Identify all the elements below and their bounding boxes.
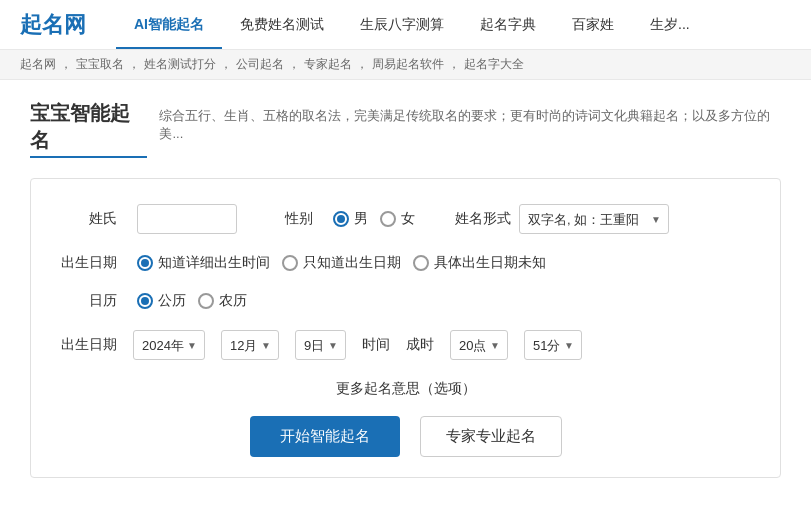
main-content: 宝宝智能起名 综合五行、生肖、五格的取名法，完美满足传统取名的要求；更有时尚的诗…: [0, 80, 811, 498]
nav-item-bazi[interactable]: 生辰八字测算: [342, 0, 462, 49]
breadcrumb-item-4[interactable]: 专家起名: [304, 56, 352, 73]
breadcrumb-sep-5: ，: [448, 56, 460, 73]
breadcrumb-item-0[interactable]: 起名网: [20, 56, 56, 73]
calendar-solar-label: 公历: [158, 292, 186, 310]
month-select-wrapper: 12月: [221, 330, 279, 360]
birth-detail-label: 知道详细出生时间: [158, 254, 270, 272]
name-format-select[interactable]: 双字名, 如：王重阳: [519, 204, 669, 234]
form-row-2: 出生日期 知道详细出生时间 只知道出生日期 具体出生日期未知: [61, 254, 750, 272]
nav-item-test[interactable]: 免费姓名测试: [222, 0, 342, 49]
gender-radio-group: 男 女: [333, 210, 415, 228]
gender-female-label: 女: [401, 210, 415, 228]
more-options: 更多起名意思（选项）: [61, 380, 750, 398]
breadcrumb-sep-3: ，: [288, 56, 300, 73]
gender-label: 性别: [257, 210, 313, 228]
calendar-label: 日历: [61, 292, 117, 310]
minute-select-wrapper: 51分: [524, 330, 582, 360]
nav-item-ai[interactable]: AI智能起名: [116, 0, 222, 49]
breadcrumb-item-1[interactable]: 宝宝取名: [76, 56, 124, 73]
gender-male[interactable]: 男: [333, 210, 368, 228]
nav-item-dict[interactable]: 起名字典: [462, 0, 554, 49]
calendar-lunar[interactable]: 农历: [198, 292, 247, 310]
breadcrumb-sep-1: ，: [128, 56, 140, 73]
month-select[interactable]: 12月: [221, 330, 279, 360]
birth-unknown-label: 具体出生日期未知: [434, 254, 546, 272]
birth-detail[interactable]: 知道详细出生时间: [137, 254, 270, 272]
form-container: 姓氏 性别 男 女 姓名形式 双字名, 如：王重阳: [30, 178, 781, 478]
birth-radio-group: 知道详细出生时间 只知道出生日期 具体出生日期未知: [137, 254, 546, 272]
breadcrumb-sep-2: ，: [220, 56, 232, 73]
year-select[interactable]: 2024年: [133, 330, 205, 360]
gender-male-radio[interactable]: [333, 211, 349, 227]
form-row-3: 日历 公历 农历: [61, 292, 750, 310]
header: 起名网 AI智能起名 免费姓名测试 生辰八字测算 起名字典 百家姓 生岁...: [0, 0, 811, 50]
birth-detail-radio[interactable]: [137, 255, 153, 271]
birth-date-label: 出生日期: [61, 254, 117, 272]
gender-male-label: 男: [354, 210, 368, 228]
calendar-lunar-label: 农历: [219, 292, 247, 310]
breadcrumb-item-5[interactable]: 周易起名软件: [372, 56, 444, 73]
breadcrumb-item-3[interactable]: 公司起名: [236, 56, 284, 73]
last-name-label: 姓氏: [61, 210, 117, 228]
nav: AI智能起名 免费姓名测试 生辰八字测算 起名字典 百家姓 生岁...: [116, 0, 708, 49]
date-label: 出生日期: [61, 336, 117, 354]
calendar-solar[interactable]: 公历: [137, 292, 186, 310]
form-row-1: 姓氏 性别 男 女 姓名形式 双字名, 如：王重阳: [61, 204, 750, 234]
form-row-4: 出生日期 2024年 12月 9日 时间 成时 20点: [61, 330, 750, 360]
breadcrumb-sep-0: ，: [60, 56, 72, 73]
gender-female[interactable]: 女: [380, 210, 415, 228]
button-row: 开始智能起名 专家专业起名: [61, 416, 750, 457]
section-title-main: 宝宝智能起名: [30, 100, 147, 158]
birth-unknown[interactable]: 具体出生日期未知: [413, 254, 546, 272]
birth-date-only[interactable]: 只知道出生日期: [282, 254, 401, 272]
calendar-solar-radio[interactable]: [137, 293, 153, 309]
birth-unknown-radio[interactable]: [413, 255, 429, 271]
gender-female-radio[interactable]: [380, 211, 396, 227]
hour-select[interactable]: 20点: [450, 330, 508, 360]
birth-date-only-radio[interactable]: [282, 255, 298, 271]
start-naming-button[interactable]: 开始智能起名: [250, 416, 400, 457]
calendar-lunar-radio[interactable]: [198, 293, 214, 309]
more-options-link[interactable]: 更多起名意思（选项）: [336, 380, 476, 396]
minute-select[interactable]: 51分: [524, 330, 582, 360]
name-format-label: 姓名形式: [455, 210, 511, 228]
calendar-radio-group: 公历 农历: [137, 292, 247, 310]
section-title: 宝宝智能起名 综合五行、生肖、五格的取名法，完美满足传统取名的要求；更有时尚的诗…: [30, 100, 781, 158]
hour-select-wrapper: 20点: [450, 330, 508, 360]
expert-naming-button[interactable]: 专家专业起名: [420, 416, 562, 457]
breadcrumb-sep-4: ，: [356, 56, 368, 73]
last-name-input[interactable]: [137, 204, 237, 234]
breadcrumb-item-2[interactable]: 姓名测试打分: [144, 56, 216, 73]
nav-item-baijiaxing[interactable]: 百家姓: [554, 0, 632, 49]
breadcrumb-item-6[interactable]: 起名字大全: [464, 56, 524, 73]
day-select[interactable]: 9日: [295, 330, 346, 360]
name-format-group: 姓名形式 双字名, 如：王重阳: [455, 204, 669, 234]
time-label: 时间: [362, 336, 390, 354]
nav-item-more[interactable]: 生岁...: [632, 0, 708, 49]
birth-date-only-label: 只知道出生日期: [303, 254, 401, 272]
breadcrumb-bar: 起名网 ， 宝宝取名 ， 姓名测试打分 ， 公司起名 ， 专家起名 ， 周易起名…: [0, 50, 811, 80]
logo[interactable]: 起名网: [20, 10, 86, 40]
year-select-wrapper: 2024年: [133, 330, 205, 360]
time-suffix: 成时: [406, 336, 434, 354]
section-title-sub: 综合五行、生肖、五格的取名法，完美满足传统取名的要求；更有时尚的诗词文化典籍起名…: [159, 107, 781, 143]
day-select-wrapper: 9日: [295, 330, 346, 360]
name-format-select-wrapper: 双字名, 如：王重阳: [519, 204, 669, 234]
